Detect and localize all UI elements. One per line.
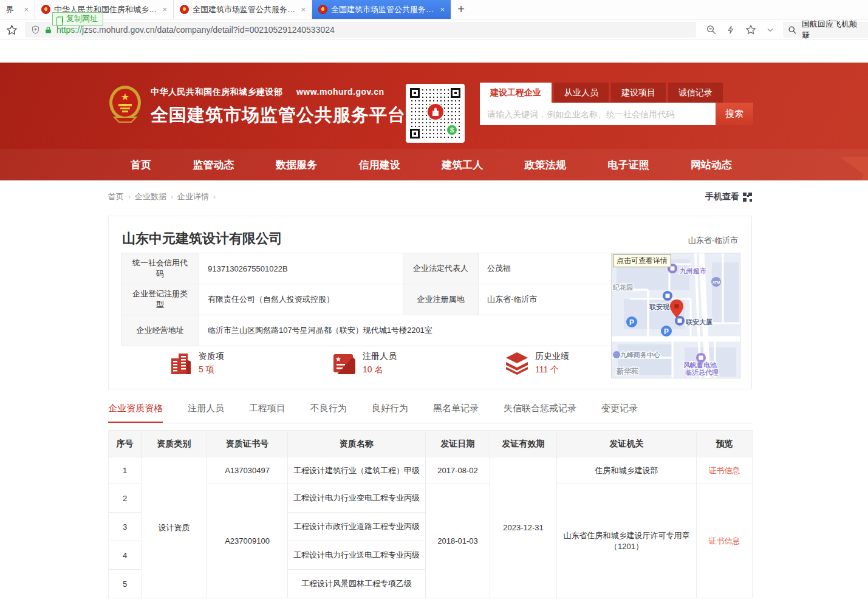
stat-registered-personnel[interactable]: ★ 注册人员 10 名 [332,351,397,375]
nav-item-data-service[interactable]: 数据服务 [276,158,317,172]
svg-text:九州超市: 九州超市 [679,267,706,275]
stat-label: 历史业绩 [535,351,569,362]
row-index: 4 [109,541,142,570]
building-icon [169,351,193,375]
qualification-name: 工程设计市政行业道路工程专业丙级 [288,513,426,541]
stat-label: 注册人员 [363,351,397,362]
stat-value: 10 名 [363,364,397,375]
tab-blacklist[interactable]: 黑名单记录 [433,403,479,423]
nav-item-credit[interactable]: 信用建设 [359,158,400,172]
tab-qualifications[interactable]: 企业资质资格 [108,403,163,423]
keyword-search-input[interactable] [480,103,716,125]
browser-toolbar: https:// jzsc.mohurd.gov.cn/data/company… [0,20,868,40]
copy-icon [58,16,63,22]
stat-qualifications[interactable]: 资质项 5 项 [169,351,224,375]
company-card: 山东中元建筑设计有限公司 山东省-临沂市 统一社会信用代码 9137130267… [108,216,752,389]
company-stats: 资质项 5 项 ★ 注册人员 10 名 [121,351,613,375]
stat-history-performance[interactable]: 历史业绩 111 个 [505,351,569,375]
nav-item-supervision[interactable]: 监管动态 [193,158,234,172]
legal-rep-value: 公茂福 [479,253,613,284]
chevron-down-icon[interactable] [766,26,774,34]
tab-dishonesty-records[interactable]: 失信联合惩戒记录 [504,403,576,423]
tab-close-icon[interactable]: × [24,5,29,14]
qualification-table: 序号 资质类别 资质证书号 资质名称 发证日期 发证有效期 发证机关 预览 1 … [108,430,753,598]
qualification-name: 工程设计建筑行业（建筑工程）甲级 [288,457,426,484]
nav-item-home[interactable]: 首页 [131,158,151,172]
qr-code-icon [743,193,752,202]
tab-close-icon[interactable]: × [440,5,445,14]
national-emblem-icon: ★ [108,84,142,125]
news-search-text: 国航回应飞机颠簸 [802,19,863,41]
company-info-table: 统一社会信用代码 91371302675501022B 企业法定代表人 公茂福 … [121,253,613,346]
issuing-authority: 住房和城乡建设部 [557,457,697,484]
tab-close-icon[interactable]: × [162,5,167,14]
svg-text:联安大厦: 联安大厦 [685,318,713,326]
mobile-view-link[interactable]: 手机查看 [705,191,752,202]
header-search-module: 建设工程企业 从业人员 建设项目 诚信记录 搜索 [480,83,753,125]
browser-tab-0[interactable]: 界 × [0,0,35,19]
breadcrumb-company-detail[interactable]: 企业详情 [177,191,209,202]
qualification-name: 工程设计电力行业变电工程专业丙级 [288,484,426,513]
search-tab-credit[interactable]: 诚信记录 [668,83,723,103]
zoom-out-icon[interactable] [706,24,717,35]
location-map[interactable]: 点击可查看详情 纪花园 九州超 [611,253,740,378]
site-header: ★ 中华人民共和国住房和城乡建设部 www.mohurd.gov.cn 全国建筑… [0,63,868,180]
svg-text:★: ★ [335,355,341,363]
tab-close-icon[interactable]: × [301,5,306,14]
field-label: 企业法定代表人 [403,253,479,284]
browser-tab-2[interactable]: 全国建筑市场监管公共服务平台 × [174,0,312,19]
svg-text:ATM: ATM [713,281,720,284]
nav-item-site-news[interactable]: 网站动态 [691,158,732,172]
svg-text:九峰商务中心: 九峰商务中心 [620,351,661,358]
lock-icon [44,26,52,35]
news-search-box[interactable]: 国航回应飞机颠簸 [783,22,868,38]
breadcrumb: 首页 › 企业数据 › 企业详情 › 手机查看 [108,190,752,203]
site-brand: 中华人民共和国住房和城乡建设部 www.mohurd.gov.cn 全国建筑市场… [151,87,406,128]
shield-icon[interactable] [31,25,40,35]
tab-good-behavior[interactable]: 良好行为 [372,403,408,423]
map-tooltip: 点击可查看详情 [613,255,671,267]
certificate-number: A237009100 [207,484,288,598]
id-card-icon: ★ [332,352,357,374]
field-label: 企业经营地址 [121,315,199,346]
tab-projects[interactable]: 工程项目 [249,403,285,423]
tab-bad-behavior[interactable]: 不良行为 [310,403,347,423]
lightning-icon[interactable] [726,24,736,35]
certificate-info-link[interactable]: 证书信息 [709,466,740,475]
search-category-tabs: 建设工程企业 从业人员 建设项目 诚信记录 [480,83,753,103]
nav-item-e-license[interactable]: 电子证照 [607,158,649,172]
search-tab-enterprise[interactable]: 建设工程企业 [480,83,552,103]
issue-date: 2017-08-02 [426,457,490,484]
search-tab-personnel[interactable]: 从业人员 [554,83,609,103]
nav-item-workers[interactable]: 建筑工人 [442,158,483,172]
search-tab-project[interactable]: 建设项目 [611,83,666,103]
breadcrumb-company-data[interactable]: 企业数据 [135,191,166,202]
table-header-row: 序号 资质类别 资质证书号 资质名称 发证日期 发证有效期 发证机关 预览 [109,431,753,457]
credit-code-value: 91371302675501022B [199,253,403,284]
stat-label: 资质项 [199,351,224,362]
url-bar[interactable]: https:// jzsc.mohurd.gov.cn/data/company… [25,22,696,38]
company-name: 山东中元建筑设计有限公司 [122,230,282,248]
certificate-number: A137030497 [207,457,288,484]
nav-item-policy[interactable]: 政策法规 [525,158,566,172]
row-index: 3 [109,513,142,541]
bookmark-star-icon[interactable] [6,24,18,36]
copy-url-tooltip: 复制网址 [52,12,103,26]
ministry-name: 中华人民共和国住房和城乡建设部 [151,87,283,97]
qualification-name: 工程设计风景园林工程专项乙级 [288,570,426,598]
svg-text:风帆蓄电池: 风帆蓄电池 [683,361,717,369]
reg-type-value: 有限责任公司（自然人投资或控股） [199,284,403,315]
tab-change-records[interactable]: 变更记录 [601,403,638,423]
tab-registered-personnel[interactable]: 注册人员 [188,403,224,423]
certificate-info-link[interactable]: 证书信息 [709,536,740,545]
favorite-star-icon[interactable] [745,24,756,35]
tab-label: 界 [6,4,14,15]
qualification-name: 工程设计电力行业送电工程专业丙级 [288,541,426,570]
field-label: 统一社会信用代码 [121,253,199,284]
breadcrumb-home[interactable]: 首页 [108,191,124,202]
site-favicon-icon [41,5,50,14]
site-favicon-icon [318,5,327,14]
search-button[interactable]: 搜索 [716,103,753,125]
new-tab-button[interactable]: + [451,0,471,19]
browser-tab-active[interactable]: 全国建筑市场监管公共服务平台 × [312,0,451,19]
